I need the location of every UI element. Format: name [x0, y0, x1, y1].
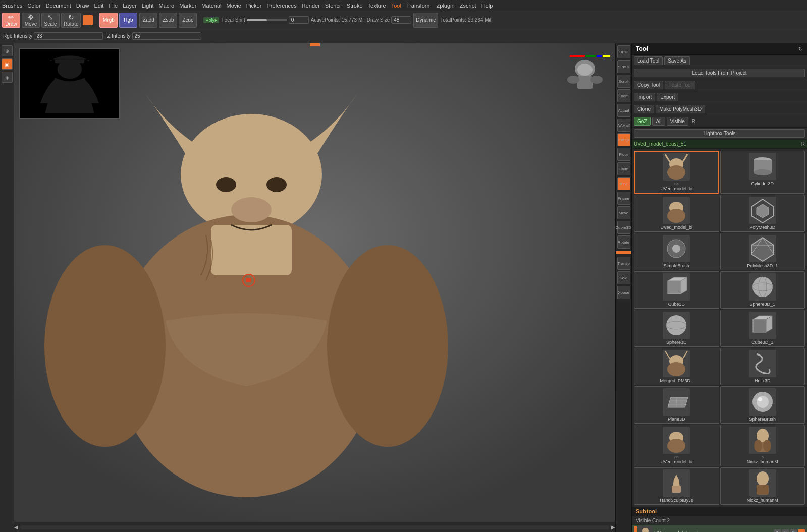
export-button[interactable]: Export	[657, 93, 678, 101]
bpr-icon[interactable]: BPR	[617, 45, 630, 58]
rgb-button[interactable]: Rgb	[119, 13, 137, 28]
nav-gizmo-svg[interactable]	[565, 53, 605, 94]
aahalf-icon[interactable]: AAHalf	[617, 119, 630, 132]
move-icon[interactable]: Move	[617, 206, 630, 219]
tool-item-helix3d[interactable]: Helix3D	[720, 348, 805, 385]
sidebar-icon-2[interactable]: ▣	[2, 58, 13, 70]
scroll-icon[interactable]: Scroll	[617, 75, 630, 88]
bottom-arrow-left[interactable]: ◀	[14, 524, 18, 530]
xyz-icon[interactable]: XYZ	[617, 177, 630, 190]
tool-item-spherebrush[interactable]: SphereBrush	[720, 386, 805, 424]
sidebar-icon-3[interactable]: ◈	[2, 72, 13, 83]
sidebar-icon-1[interactable]: ⊕	[2, 45, 13, 56]
make-polymesh3d-button[interactable]: Make PolyMesh3D	[656, 105, 705, 113]
menu-edit[interactable]: Edit	[94, 3, 103, 9]
menu-material[interactable]: Material	[201, 3, 221, 9]
actual-icon[interactable]: Actual	[617, 104, 630, 117]
menu-preferences[interactable]: Preferences	[266, 3, 296, 9]
tool-item-model-beast[interactable]: 36 UVed_model_bi	[634, 151, 719, 194]
color-swatch[interactable]	[83, 15, 93, 25]
transp-icon[interactable]: Transp	[617, 257, 630, 270]
visible-button[interactable]: Visible	[667, 117, 688, 126]
rotate-icon[interactable]: Rotate	[617, 235, 630, 249]
tool-item-handsculpt[interactable]: HandSculptByJs	[634, 467, 719, 505]
dynamic-button[interactable]: Dynamic	[413, 13, 438, 28]
move-button[interactable]: ✥Move	[22, 13, 40, 28]
goz-button[interactable]: GoZ	[634, 117, 651, 126]
color-icon[interactable]	[798, 529, 805, 532]
menu-transform[interactable]: Transform	[406, 3, 432, 9]
frame-icon[interactable]: Frame	[617, 192, 630, 205]
zoom3d-icon[interactable]: Zoom3D	[617, 221, 630, 234]
menu-texture[interactable]: Texture	[368, 3, 386, 9]
menu-layer[interactable]: Layer	[123, 3, 137, 9]
tool-item-sphere3d1[interactable]: Sphere3D_1	[720, 271, 805, 309]
rotate-button[interactable]: ↻Rotate	[61, 13, 81, 28]
bottom-arrow-right[interactable]: ▶	[611, 524, 615, 530]
l3ym-icon[interactable]: L3ym	[617, 162, 630, 175]
menu-zplugin[interactable]: Zplugin	[437, 3, 455, 9]
rgb-intensity-input[interactable]	[34, 32, 103, 40]
copy-tool-button[interactable]: Copy Tool	[634, 81, 663, 89]
zcue-button[interactable]: Zcue	[179, 13, 197, 28]
zadd-button[interactable]: Zadd	[139, 13, 157, 28]
clone-button[interactable]: Clone	[634, 105, 654, 113]
menu-color[interactable]: Color	[27, 3, 40, 9]
lock-icon[interactable]: 🔒	[790, 529, 797, 532]
load-tools-from-project-button[interactable]: Load Tools From Project	[634, 69, 805, 77]
subtool-collapse-icon[interactable]	[634, 526, 637, 532]
tool-item-sphere3d[interactable]: Sphere3D	[634, 310, 719, 347]
tool-item-model-bi[interactable]: UVed_model_bi	[634, 195, 719, 232]
menu-picker[interactable]: Picker	[246, 3, 262, 9]
focal-value[interactable]	[289, 16, 309, 24]
draw-button[interactable]: ✏Draw	[2, 13, 20, 28]
menu-brushes[interactable]: Brushes	[2, 3, 22, 9]
solo-icon[interactable]: Solo	[617, 271, 630, 284]
tool-item-model-bi2[interactable]: 36 UVed_model_bi	[634, 425, 719, 466]
zsub-button[interactable]: Zsub	[159, 13, 177, 28]
menu-document[interactable]: Document	[46, 3, 71, 9]
z-intensity-input[interactable]	[132, 32, 201, 40]
nav-gizmo[interactable]	[565, 53, 600, 89]
menu-light[interactable]: Light	[142, 3, 154, 9]
tool-item-plane3d[interactable]: Plane3D	[634, 386, 719, 424]
bottom-scroll[interactable]	[20, 525, 609, 529]
menu-render[interactable]: Render	[302, 3, 320, 9]
menu-tool[interactable]: Tool	[391, 3, 401, 9]
canvas-area[interactable]: ◀ ▶	[14, 43, 615, 532]
tool-item-cube3d1[interactable]: Cube3D_1	[720, 310, 805, 347]
scale-button[interactable]: ⤡Scale	[41, 13, 60, 28]
brush-icon[interactable]: ✎	[782, 529, 789, 532]
floor-icon[interactable]: Floor	[617, 148, 630, 161]
menu-macro[interactable]: Macro	[159, 3, 175, 9]
load-tool-button[interactable]: Load Tool	[634, 56, 663, 65]
xpose-icon[interactable]: Xpose	[617, 286, 630, 299]
tool-item-simplebrush[interactable]: SimpleBrush	[634, 233, 719, 270]
tool-item-polymesh3d[interactable]: PolyMesh3D	[720, 195, 805, 232]
tool-item-cube3d[interactable]: Cube3D	[634, 271, 719, 309]
tool-item-merged-pm3d[interactable]: Merged_PM3D_	[634, 348, 719, 385]
menu-help[interactable]: Help	[481, 3, 493, 9]
mrgb-button[interactable]: Mrgb	[99, 13, 118, 28]
subtool-item-beast[interactable]: UVed_model_beast 👁 ✎ 🔒	[632, 525, 807, 532]
persp-icon[interactable]: Persp	[617, 133, 630, 146]
menu-movie[interactable]: Movie	[226, 3, 241, 9]
import-button[interactable]: Import	[634, 93, 655, 101]
save-as-button[interactable]: Save As	[664, 56, 690, 65]
menu-zscript[interactable]: Zscript	[460, 3, 476, 9]
menu-stroke[interactable]: Stroke	[347, 3, 363, 9]
paste-tool-button[interactable]: Paste Tool	[665, 81, 695, 89]
lightbox-tools-button[interactable]: Lightbox·Tools	[634, 129, 805, 138]
tool-item-cylinder3d[interactable]: Cylinder3D	[720, 151, 805, 194]
zoom-icon[interactable]: Zoom	[617, 89, 630, 102]
tool-item-nickz[interactable]: 6 Nickz_humanM	[720, 425, 805, 466]
tool-item-polymesh3d1[interactable]: PolyMesh3D_1	[720, 233, 805, 270]
nav-cube[interactable]	[565, 53, 605, 94]
focal-slider[interactable]	[247, 19, 287, 21]
menu-marker[interactable]: Marker	[179, 3, 196, 9]
eye-icon[interactable]: 👁	[774, 529, 781, 532]
menu-file[interactable]: File	[109, 3, 118, 9]
tool-item-nickz2[interactable]: Nickz_humanM	[720, 467, 805, 505]
refresh-icon[interactable]: ↻	[798, 46, 803, 52]
all-button[interactable]: All	[652, 117, 665, 126]
